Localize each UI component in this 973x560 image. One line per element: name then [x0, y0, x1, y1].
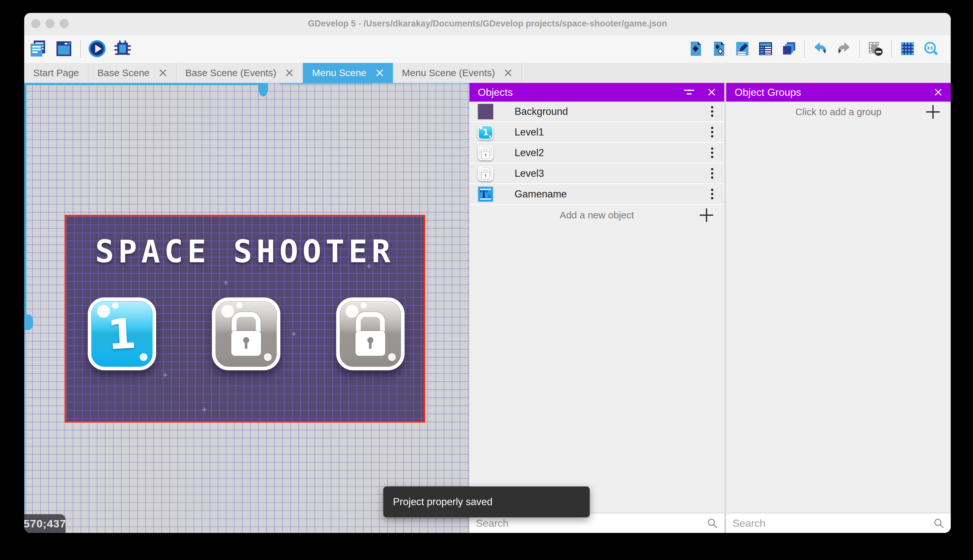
objects-panel-title: Objects — [478, 87, 684, 98]
level-locked-thumbnail — [478, 145, 493, 160]
object-row-level2[interactable]: Level2 — [470, 143, 724, 163]
gloss-bubble — [489, 135, 491, 138]
tab-start-page[interactable]: Start Page — [24, 63, 88, 83]
text-object-x: x — [488, 193, 491, 199]
grid-toggle-icon[interactable] — [900, 41, 915, 57]
menu-dot — [711, 177, 713, 179]
menu-dot — [711, 189, 713, 191]
render-mask-icon[interactable] — [868, 41, 884, 57]
groups-search-input[interactable] — [732, 517, 933, 530]
level-button-locked[interactable] — [336, 297, 405, 370]
lock-keyhole — [485, 174, 486, 176]
text-object-T: T — [480, 189, 488, 200]
scene-sparkle: + — [202, 405, 207, 415]
layers-icon[interactable] — [781, 41, 796, 57]
add-object-plus-icon[interactable] — [700, 208, 713, 222]
add-group-plus-icon[interactable] — [926, 105, 940, 119]
scene-sparkle: + — [223, 278, 228, 288]
menu-dot — [711, 172, 713, 175]
object-groups-panel-header: Object Groups — [726, 83, 951, 102]
object-menu-icon[interactable] — [711, 147, 713, 158]
tab-close-icon[interactable] — [285, 69, 293, 77]
lock-icon — [231, 312, 261, 356]
game-scene-window[interactable]: + + + + + + + SPACE SHOOTER 1 — [65, 215, 425, 423]
redo-icon[interactable] — [836, 41, 851, 57]
save-toast: Project properly saved — [383, 487, 590, 517]
object-menu-icon[interactable] — [711, 127, 713, 137]
gloss-bubble — [236, 302, 243, 309]
vertical-scroll-handle[interactable] — [24, 315, 33, 330]
object-menu-icon[interactable] — [711, 106, 713, 117]
gloss-bubble — [264, 353, 272, 361]
preview-window-icon[interactable] — [55, 39, 73, 58]
objects-editor-icon[interactable] — [688, 41, 704, 57]
menu-dot — [711, 197, 713, 199]
filter-icon[interactable] — [684, 88, 695, 97]
zoom-reset-icon[interactable]: 1:1 — [923, 41, 939, 57]
objects-panel-header: Objects — [470, 83, 724, 102]
window-title: GDevelop 5 - /Users/dkarakay/Documents/G… — [24, 13, 951, 34]
undo-icon[interactable] — [813, 41, 828, 57]
vertical-scroll-fade — [24, 330, 27, 533]
game-title-text-object[interactable]: SPACE SHOOTER — [66, 233, 423, 270]
horizontal-scroll-handle[interactable] — [258, 83, 268, 97]
tab-close-icon[interactable] — [375, 69, 384, 77]
horizontal-scroll-indicator[interactable] — [24, 83, 268, 85]
tab-close-icon[interactable] — [504, 69, 512, 77]
object-menu-icon[interactable] — [711, 189, 713, 199]
properties-icon[interactable] — [735, 41, 750, 57]
object-row-level1[interactable]: 1Level1 — [470, 122, 724, 143]
tab-menu-scene-events[interactable]: Menu Scene (Events) — [393, 63, 521, 83]
main-toolbar: 1:1 — [24, 35, 951, 63]
level-buttons-row: 1 — [66, 297, 423, 372]
add-group-row[interactable]: Click to add a group — [726, 102, 951, 122]
lock-body — [355, 331, 385, 356]
lock-keyhole — [367, 337, 373, 343]
object-groups-icon[interactable] — [711, 41, 727, 57]
add-object-row[interactable]: Add a new object — [470, 205, 724, 225]
menu-dot — [711, 115, 713, 117]
tab-label: Base Scene (Events) — [185, 67, 277, 78]
menu-dot — [711, 168, 713, 170]
text-object-thumbnail: Tx — [478, 187, 493, 202]
scene-canvas[interactable]: + + + + + + + SPACE SHOOTER 1 570;437 — [24, 83, 470, 533]
tab-label: Menu Scene — [312, 67, 366, 78]
tab-close-icon[interactable] — [159, 69, 167, 77]
object-groups-list: Click to add a group — [726, 102, 951, 122]
toolbar-left-group — [29, 35, 132, 63]
object-row-gamename[interactable]: TxGamename — [470, 184, 724, 205]
cursor-coordinates-badge: 570;437 — [24, 514, 65, 533]
objects-search-input[interactable] — [475, 517, 706, 530]
menu-dot — [711, 156, 713, 158]
object-row-background[interactable]: Background — [470, 102, 724, 122]
gloss-bubble — [388, 353, 396, 361]
debug-icon[interactable] — [113, 39, 132, 58]
instances-list-icon[interactable] — [758, 41, 773, 57]
menu-dot — [711, 135, 713, 137]
close-objects-panel-icon[interactable] — [708, 88, 716, 97]
level-button-1[interactable]: 1 — [88, 297, 156, 370]
lock-shackle — [482, 147, 490, 152]
tab-base-scene-events[interactable]: Base Scene (Events) — [177, 63, 303, 83]
gdevelop-window: GDevelop 5 - /Users/dkarakay/Documents/G… — [24, 13, 951, 533]
level-locked-thumbnail — [478, 166, 493, 181]
lock-body — [482, 173, 490, 179]
groups-search-bar — [726, 513, 951, 533]
lock-icon — [355, 312, 385, 356]
object-menu-icon[interactable] — [711, 168, 713, 179]
vertical-scroll-indicator[interactable] — [24, 83, 27, 317]
level-button-locked[interactable] — [212, 297, 280, 370]
tab-base-scene[interactable]: Base Scene — [88, 63, 177, 83]
object-groups-panel-title: Object Groups — [735, 87, 921, 98]
project-manager-icon[interactable] — [29, 39, 47, 58]
lock-body — [482, 152, 490, 159]
play-preview-button[interactable] — [88, 40, 106, 58]
object-groups-panel: Object Groups Click to add a group — [726, 83, 951, 533]
objects-list: Background1Level1Level2Level3TxGamenameA… — [470, 102, 724, 225]
screenshot-stage: GDevelop 5 - /Users/dkarakay/Documents/G… — [0, 0, 973, 560]
object-row-level3[interactable]: Level3 — [470, 163, 724, 184]
lock-body — [231, 331, 261, 356]
menu-dot — [711, 131, 713, 133]
close-object-groups-panel-icon[interactable] — [934, 88, 942, 97]
tab-menu-scene[interactable]: Menu Scene — [303, 63, 393, 83]
